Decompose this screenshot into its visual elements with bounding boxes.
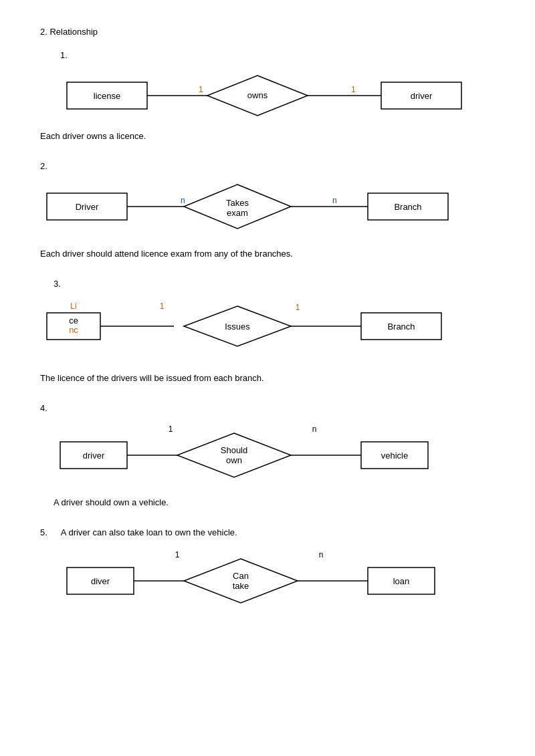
diagram-section-4: 4. 1 n driver Should own vehicle A drive… <box>40 403 495 507</box>
diagram-section-1: 1. license 1 owns 1 driver Each driver o… <box>40 50 495 141</box>
svg-text:Issues: Issues <box>225 322 250 332</box>
svg-text:n: n <box>181 196 185 205</box>
diagram-section-2: 2. Driver n Takes exam n Branch Each dri… <box>40 161 495 259</box>
diagram-svg-3: Li 1 ce nc 1 Issues Branch <box>40 294 495 368</box>
diagram-svg-1: license 1 owns 1 driver <box>60 66 515 126</box>
svg-text:vehicle: vehicle <box>381 451 408 461</box>
description-3: The licence of the drivers will be issue… <box>40 373 495 383</box>
svg-text:n: n <box>319 550 324 559</box>
svg-text:n: n <box>312 424 317 434</box>
svg-text:nc: nc <box>69 325 78 335</box>
svg-text:n: n <box>332 196 337 205</box>
number-5: 5. <box>40 527 47 537</box>
svg-text:license: license <box>94 91 120 101</box>
description-2: Each driver should attend licence exam f… <box>40 249 495 259</box>
svg-text:Li: Li <box>70 301 76 311</box>
svg-text:Takes: Takes <box>226 198 249 208</box>
diagram-section-5: 1 n diver Can take loan <box>40 544 495 618</box>
description-5-text: A driver can also take loan to own the v… <box>61 527 237 537</box>
svg-text:Branch: Branch <box>394 202 421 212</box>
diagram-svg-5: 1 n diver Can take loan <box>60 544 515 618</box>
svg-text:loan: loan <box>393 576 410 586</box>
svg-text:1: 1 <box>175 550 180 559</box>
diagram-svg-4: 1 n driver Should own vehicle <box>54 418 508 492</box>
item-number-2: 2. <box>40 161 495 171</box>
item-number-1: 1. <box>60 50 495 60</box>
svg-text:ce: ce <box>69 316 78 326</box>
diagram-section-3: 3. Li 1 ce nc 1 Issues Branch The licenc… <box>40 279 495 383</box>
item-number-4: 4. <box>40 403 495 413</box>
svg-text:driver: driver <box>411 91 433 101</box>
svg-text:diver: diver <box>91 576 110 586</box>
svg-text:Should: Should <box>221 445 247 455</box>
svg-text:1: 1 <box>351 85 356 94</box>
svg-text:driver: driver <box>83 451 105 461</box>
item-number-3: 3. <box>54 279 495 289</box>
svg-text:owns: owns <box>247 90 268 100</box>
description-4: A driver should own a vehicle. <box>54 497 495 507</box>
item-5-label: 5. A driver can also take loan to own th… <box>40 527 495 537</box>
svg-text:1: 1 <box>296 303 300 312</box>
svg-text:1: 1 <box>169 424 173 434</box>
svg-text:own: own <box>226 455 242 465</box>
svg-text:1: 1 <box>160 301 165 311</box>
diagram-svg-2: Driver n Takes exam n Branch <box>40 176 495 243</box>
svg-text:exam: exam <box>227 208 248 218</box>
svg-text:1: 1 <box>199 85 203 94</box>
svg-text:Driver: Driver <box>76 202 99 212</box>
svg-text:Can: Can <box>233 571 249 581</box>
section-title: 2. Relationship <box>40 27 495 37</box>
svg-text:take: take <box>233 581 249 591</box>
description-1: Each driver owns a licence. <box>40 131 495 141</box>
svg-text:Branch: Branch <box>387 322 415 332</box>
